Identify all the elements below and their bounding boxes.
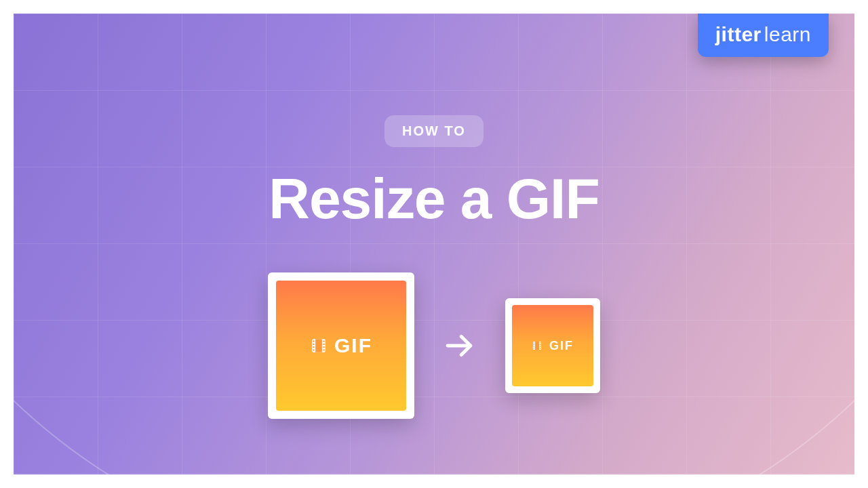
gif-label-large: GIF: [334, 334, 372, 357]
svg-rect-4: [313, 346, 314, 348]
svg-rect-14: [534, 344, 534, 345]
gif-label-small: GIF: [549, 339, 574, 353]
svg-rect-19: [540, 346, 540, 347]
content-column: HOW TO Resize a GIF: [268, 115, 600, 419]
svg-rect-6: [323, 340, 325, 342]
svg-rect-12: [535, 342, 539, 350]
svg-rect-13: [534, 342, 534, 343]
svg-rect-16: [534, 348, 534, 348]
svg-rect-17: [540, 342, 540, 343]
brand-badge: jitterlearn: [698, 14, 829, 57]
svg-rect-20: [540, 348, 540, 348]
film-icon: [310, 337, 328, 354]
svg-rect-15: [534, 346, 534, 347]
gif-card-small: GIF: [505, 298, 600, 393]
svg-rect-18: [540, 344, 540, 345]
gif-thumb-large: GIF: [276, 281, 406, 411]
svg-rect-2: [313, 340, 314, 342]
hero-stage: jitterlearn HOW TO Resize a GIF: [14, 14, 854, 474]
svg-rect-3: [313, 344, 314, 345]
gif-thumb-small: GIF: [512, 305, 593, 386]
category-label: HOW TO: [402, 123, 466, 138]
svg-rect-8: [323, 346, 325, 348]
svg-rect-9: [323, 349, 325, 350]
category-pill: HOW TO: [384, 115, 484, 147]
arrow-right-icon: [441, 327, 478, 364]
gif-card-large: GIF: [268, 272, 414, 419]
film-icon: [532, 340, 542, 351]
illustration-row: GIF: [268, 272, 600, 419]
brand-name: jitter: [715, 23, 762, 45]
svg-rect-7: [323, 344, 325, 345]
svg-rect-1: [315, 339, 322, 352]
brand-sub: learn: [764, 23, 811, 45]
svg-rect-5: [313, 349, 314, 350]
page-title: Resize a GIF: [269, 166, 599, 232]
